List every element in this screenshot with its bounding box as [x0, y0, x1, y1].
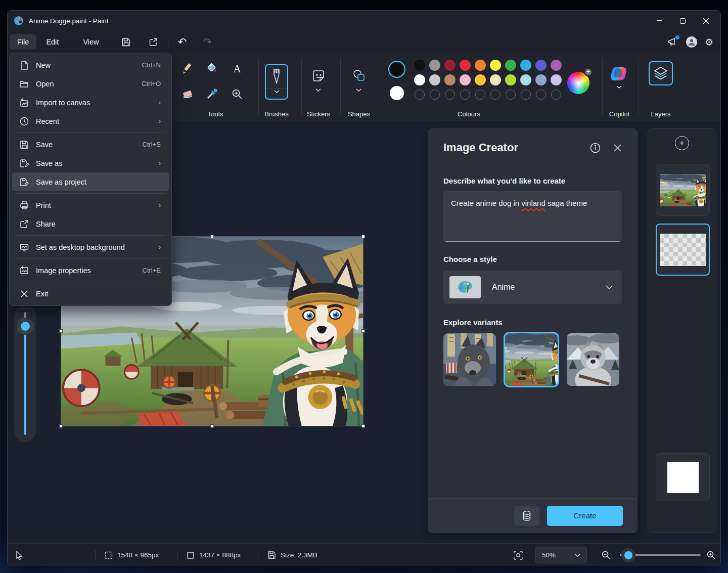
colour-swatch[interactable]	[475, 74, 486, 85]
colour-swatch[interactable]	[460, 74, 471, 85]
zoom-slider-thumb[interactable]	[624, 551, 632, 559]
fill-tool[interactable]	[202, 59, 221, 78]
colour-swatch[interactable]	[429, 60, 440, 71]
colour-swatch-empty[interactable]	[460, 90, 470, 100]
chevron-down-icon[interactable]	[356, 89, 361, 92]
file-menu-share[interactable]: Share	[12, 214, 169, 233]
zoom-slider[interactable]	[620, 554, 701, 556]
fit-to-screen-button[interactable]	[513, 544, 523, 565]
file-menu-recent[interactable]: Recent ›	[12, 112, 169, 130]
layer-item-selected-transparent[interactable]	[656, 224, 710, 276]
selection-handle[interactable]	[59, 329, 63, 333]
colour-swatch[interactable]	[429, 74, 440, 85]
layer-item-artwork[interactable]	[656, 164, 710, 216]
chevron-down-icon[interactable]	[315, 89, 321, 92]
file-menu-save-as[interactable]: Save as ›	[12, 154, 169, 172]
edit-colours-button[interactable]: +	[567, 72, 589, 94]
undo-button[interactable]: ↶	[173, 34, 192, 50]
file-menu-new[interactable]: New Ctrl+N	[12, 56, 169, 74]
create-button[interactable]: Create	[547, 506, 623, 526]
selection-handle[interactable]	[361, 424, 365, 428]
file-menu-print[interactable]: Print ›	[12, 196, 169, 214]
selection-handle[interactable]	[361, 329, 365, 333]
colour-swatch[interactable]	[535, 74, 547, 85]
colour-swatch[interactable]	[505, 74, 516, 85]
file-menu-image-properties[interactable]: Image properties Ctrl+E	[12, 261, 169, 280]
prompt-textarea[interactable]: Create anime dog in vinland saga theme	[443, 191, 622, 242]
selection-handle[interactable]	[59, 424, 63, 428]
slider-thumb[interactable]	[21, 322, 30, 331]
shapes-button[interactable]	[349, 66, 369, 85]
maximize-button[interactable]	[671, 11, 694, 31]
colour-swatch-empty[interactable]	[506, 90, 516, 100]
variant-thumbnail-2-selected[interactable]	[505, 333, 558, 386]
file-menu-exit[interactable]: Exit	[12, 284, 169, 303]
copilot-button[interactable]	[610, 64, 629, 83]
colour-swatch[interactable]	[444, 60, 456, 71]
text-tool[interactable]: A	[228, 59, 247, 78]
add-layer-button[interactable]: +	[648, 129, 716, 157]
zoom-out-button[interactable]	[601, 544, 611, 565]
settings-button[interactable]: ⚙	[705, 36, 713, 48]
credits-button[interactable]	[514, 506, 539, 526]
colour-swatch[interactable]	[475, 60, 486, 71]
colour-swatch-empty[interactable]	[536, 90, 546, 100]
colour-swatch[interactable]	[414, 60, 425, 71]
colour-swatch[interactable]	[490, 74, 501, 85]
stickers-button[interactable]	[309, 66, 328, 85]
background-layer-item[interactable]	[656, 453, 710, 501]
selection-handle[interactable]	[361, 235, 365, 238]
colour-swatch[interactable]	[505, 60, 516, 71]
file-menu-save-as-project[interactable]: Save as project	[12, 172, 169, 191]
selection-handle[interactable]	[210, 235, 214, 238]
close-button[interactable]	[694, 11, 717, 31]
colour-swatch-empty[interactable]	[475, 90, 485, 100]
zoom-level-dropdown[interactable]: 50%	[535, 547, 587, 563]
colour-swatch[interactable]	[551, 60, 562, 71]
primary-colour-selected[interactable]	[388, 61, 405, 78]
brushes-button[interactable]	[265, 64, 288, 100]
colour-swatch[interactable]	[490, 60, 501, 71]
colour-swatch-empty[interactable]	[490, 90, 500, 100]
colour-swatch-empty[interactable]	[445, 90, 455, 100]
feedback-button[interactable]	[667, 37, 678, 47]
variant-thumbnail-1[interactable]	[443, 333, 496, 386]
colour-swatch[interactable]	[520, 60, 531, 71]
colour-swatch[interactable]	[414, 74, 425, 85]
account-button[interactable]	[686, 36, 698, 48]
colour-swatch[interactable]	[460, 60, 471, 71]
menu-edit[interactable]: Edit	[38, 34, 66, 50]
colour-swatch[interactable]	[535, 60, 547, 71]
colour-swatch[interactable]	[444, 74, 456, 85]
colour-swatch-empty[interactable]	[521, 90, 531, 100]
file-menu-save[interactable]: Save Ctrl+S	[12, 135, 169, 154]
magnifier-tool[interactable]	[228, 84, 247, 104]
secondary-colour[interactable]	[390, 86, 404, 100]
close-panel-button[interactable]	[610, 140, 625, 155]
file-menu-open[interactable]: Open Ctrl+O	[12, 74, 169, 93]
colour-swatch[interactable]	[520, 74, 531, 85]
colour-swatch-empty[interactable]	[430, 90, 440, 100]
layers-button[interactable]	[649, 61, 673, 85]
info-button[interactable]	[587, 140, 603, 155]
zoom-vertical-slider[interactable]	[14, 305, 36, 442]
menu-file[interactable]: File	[10, 34, 36, 50]
colour-swatch-empty[interactable]	[551, 90, 561, 100]
colour-swatch[interactable]	[551, 74, 562, 85]
save-button[interactable]	[117, 34, 135, 50]
pencil-tool[interactable]	[178, 59, 197, 78]
menu-view[interactable]: View	[75, 34, 106, 50]
eraser-tool[interactable]	[178, 84, 197, 104]
redo-button[interactable]: ↷	[199, 34, 217, 50]
chevron-down-icon[interactable]	[616, 85, 622, 89]
zoom-in-button[interactable]	[706, 544, 716, 565]
share-button[interactable]	[145, 34, 163, 50]
file-menu-set-as-desktop-background[interactable]: Set as desktop background ›	[12, 238, 169, 256]
color-picker-tool[interactable]	[202, 84, 221, 104]
selection-handle[interactable]	[210, 424, 214, 428]
variant-thumbnail-3[interactable]	[567, 333, 619, 386]
style-dropdown[interactable]: Anime	[443, 271, 622, 304]
colour-swatch-empty[interactable]	[415, 90, 425, 100]
minimize-button[interactable]	[648, 11, 671, 31]
file-menu-import-to-canvas[interactable]: Import to canvas ›	[12, 93, 169, 112]
